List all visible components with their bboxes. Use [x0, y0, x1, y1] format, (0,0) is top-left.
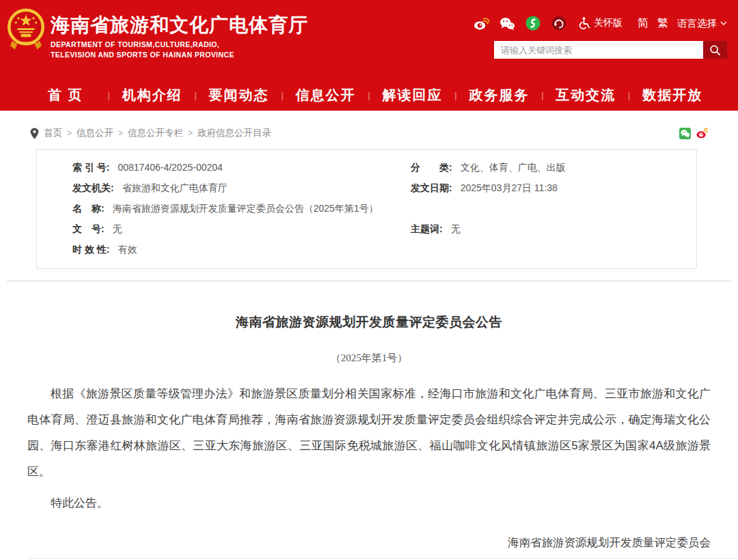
breadcrumb-separator: >: [67, 128, 72, 138]
document-meta-box: 索 引 号: 00817406-4/2025-00204 分 类: 文化、体育、…: [36, 149, 697, 269]
care-version-label: 关怀版: [594, 17, 623, 29]
nav-item-services[interactable]: 政务服务: [457, 86, 542, 104]
main-nav: 首 页 | 机构介绍 | 要闻动态 | 信息公开 | 解读回应 | 政务服务 |…: [0, 79, 738, 111]
meta-keywords-label: 主题词:: [411, 223, 443, 236]
site-title-english: DEPARTMENT OF TOURISM,CULTURE,RADIO, TEL…: [51, 40, 308, 60]
meta-validity-value: 有效: [118, 244, 137, 256]
meta-index-label: 索 引 号:: [72, 162, 109, 174]
nav-item-open-data[interactable]: 数据开放: [630, 86, 715, 104]
article-title: 海南省旅游资源规划开发质量评定委员会公告: [27, 313, 711, 331]
nav-item-home[interactable]: 首 页: [23, 86, 108, 104]
nav-item-about[interactable]: 机构介绍: [110, 86, 195, 104]
headset-icon[interactable]: [551, 15, 567, 31]
meta-docno-value: 无: [113, 223, 122, 236]
chevron-down-icon: [720, 21, 727, 25]
header-top-links: 关怀版 简 繁 语言选择: [473, 15, 727, 31]
meta-org-value: 省旅游和文化广电体育厅: [122, 182, 228, 195]
share-weibo-icon[interactable]: [696, 128, 708, 139]
meta-org-label: 发文机关:: [72, 182, 114, 195]
nav-item-news[interactable]: 要闻动态: [197, 86, 282, 104]
accessibility-icon: [577, 16, 590, 30]
article-issue-number: （2025年第1号）: [27, 352, 711, 365]
meta-name-value: 海南省旅游资源规划开发质量评定委员会公告（2025年第1号）: [113, 203, 379, 215]
meta-category-label: 分 类:: [411, 162, 452, 174]
nav-item-interaction[interactable]: 互动交流: [544, 86, 629, 104]
meta-index-value: 00817406-4/2025-00204: [118, 162, 222, 173]
nav-item-info-disclosure[interactable]: 信息公开: [284, 86, 368, 104]
site-header: 海南省旅游和文化广电体育厅 DEPARTMENT OF TOURISM,CULT…: [0, 0, 738, 79]
page-bottom-divider: [27, 558, 738, 559]
section-divider: [7, 280, 731, 282]
search-input[interactable]: [494, 41, 703, 59]
article-paragraph: 根据《旅游景区质量等级管理办法》和旅游景区质量划分相关国家标准，经海口市旅游和文…: [27, 381, 711, 485]
language-select[interactable]: 语言选择: [677, 17, 727, 30]
location-pin-icon: [30, 128, 39, 139]
breadcrumb-row: 首页 > 信息公开 > 信息公开专栏 > 政府信息公开目录: [30, 111, 708, 139]
weibo-icon[interactable]: [473, 15, 489, 31]
breadcrumb-info-column[interactable]: 信息公开专栏: [128, 127, 183, 139]
breadcrumb: 首页 > 信息公开 > 信息公开专栏 > 政府信息公开目录: [30, 127, 271, 139]
wechat-icon[interactable]: [499, 15, 515, 31]
search-icon: [709, 44, 721, 56]
simplified-chinese-button[interactable]: 简: [638, 16, 648, 31]
share-buttons: [679, 128, 708, 139]
breadcrumb-separator: >: [188, 128, 193, 138]
nav-item-interpretation[interactable]: 解读回应: [370, 86, 455, 104]
language-switch: 简 繁 语言选择: [638, 16, 727, 31]
national-emblem-logo[interactable]: [7, 8, 45, 53]
site-brand[interactable]: 海南省旅游和文化广电体育厅 DEPARTMENT OF TOURISM,CULT…: [51, 14, 308, 60]
share-wechat-icon[interactable]: [679, 128, 691, 139]
traditional-chinese-button[interactable]: 繁: [657, 16, 668, 31]
search-button[interactable]: [703, 41, 727, 59]
meta-docno-label: 文 号:: [72, 223, 105, 236]
meta-category-value: 文化、体育、广电、出版: [461, 162, 566, 174]
care-version-link[interactable]: 关怀版: [577, 16, 623, 30]
article-signature: 海南省旅游资源规划开发质量评定委员会: [27, 535, 711, 550]
breadcrumb-info-disclosure[interactable]: 信息公开: [77, 127, 113, 139]
article: 海南省旅游资源规划开发质量评定委员会公告 （2025年第1号） 根据《旅游景区质…: [27, 313, 711, 560]
meta-date-label: 发文日期:: [411, 182, 452, 195]
meta-name-label: 名 称:: [72, 203, 105, 215]
meta-validity-label: 时 效 性:: [72, 244, 109, 256]
article-closing: 特此公告。: [27, 490, 711, 516]
breadcrumb-separator: >: [118, 128, 123, 138]
site-title: 海南省旅游和文化广电体育厅: [51, 14, 308, 37]
search-bar: [494, 41, 727, 59]
meta-date-value: 2025年03月27日 11:38: [461, 182, 558, 195]
breadcrumb-current: 政府信息公开目录: [197, 127, 271, 139]
breadcrumb-home[interactable]: 首页: [44, 127, 62, 139]
meta-keywords-value: 无: [451, 223, 461, 236]
service-link-icon[interactable]: [525, 15, 541, 31]
